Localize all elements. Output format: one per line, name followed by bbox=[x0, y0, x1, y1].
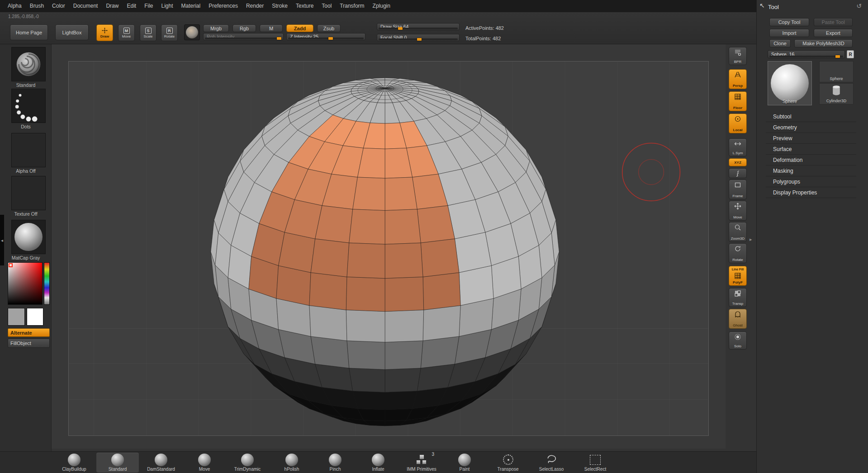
brush-item-damstandard[interactable]: DamStandard bbox=[140, 453, 182, 473]
focal-shift-0-slider[interactable]: Focal Shift 0 bbox=[377, 34, 460, 41]
rail-frame-button[interactable]: Frame bbox=[729, 180, 747, 199]
menu-item-tool[interactable]: Tool bbox=[318, 0, 336, 12]
menu-item-material[interactable]: Material bbox=[177, 0, 205, 12]
menu-item-draw[interactable]: Draw bbox=[102, 0, 123, 12]
slider-handle[interactable] bbox=[398, 27, 403, 30]
lightbox-button[interactable]: LightBox bbox=[55, 24, 89, 40]
brush-item-claybuildup[interactable]: ClayBuildup bbox=[53, 453, 95, 473]
tool-section-deformation[interactable]: Deformation bbox=[766, 155, 856, 166]
alpha-thumbnail[interactable] bbox=[11, 133, 46, 167]
rail-persp-button[interactable]: Persp bbox=[729, 69, 747, 89]
recent-tool-cylinder3d[interactable]: Cylinder3D bbox=[819, 83, 854, 104]
left-tray-divider[interactable]: ◂ bbox=[0, 215, 4, 265]
rail-rotate-button[interactable]: Rotate bbox=[729, 243, 747, 263]
menu-item-preferences[interactable]: Preferences bbox=[204, 0, 242, 12]
menu-item-texture[interactable]: Texture bbox=[292, 0, 318, 12]
tool-section-display-properties[interactable]: Display Properties bbox=[766, 187, 856, 198]
tool-section-surface[interactable]: Surface bbox=[766, 144, 856, 155]
rail-move-button[interactable]: Move bbox=[729, 201, 747, 221]
rail-floor-button[interactable]: Floor bbox=[729, 91, 747, 111]
primary-color-swatch[interactable] bbox=[8, 308, 25, 326]
brush-item-imm-primitives[interactable]: 3IMM Primitives bbox=[400, 453, 443, 473]
rail-zoom3d-button[interactable]: Zoom3D bbox=[729, 222, 747, 242]
zadd-button[interactable]: Zadd bbox=[286, 24, 313, 32]
brush-item-hpolish[interactable]: hPolish bbox=[270, 453, 313, 473]
zsub-button[interactable]: Zsub bbox=[317, 24, 341, 32]
m-button[interactable]: M bbox=[260, 24, 283, 32]
menu-item-render[interactable]: Render bbox=[242, 0, 268, 12]
document-area[interactable] bbox=[68, 61, 709, 436]
brush-item-transpose[interactable]: Transpose bbox=[487, 453, 529, 473]
brush-item-trimdynamic[interactable]: TrimDynamic bbox=[226, 453, 269, 473]
material-thumbnail[interactable] bbox=[11, 220, 46, 254]
menu-item-transform[interactable]: Transform bbox=[336, 0, 368, 12]
recent-tool-sphere[interactable]: Sphere bbox=[819, 61, 854, 82]
brush-item-selectrect[interactable]: SelectRect bbox=[574, 453, 617, 473]
restore-palette-icon[interactable]: ↺ bbox=[856, 2, 862, 9]
brush-item-pinch[interactable]: Pinch bbox=[314, 453, 356, 473]
copy-tool-button[interactable]: Copy Tool bbox=[769, 18, 809, 26]
rail-l-sym-button[interactable]: L.Sym bbox=[729, 138, 747, 156]
tool-section-polygroups[interactable]: Polygroups bbox=[766, 176, 856, 187]
tool-section-subtool[interactable]: Subtool bbox=[766, 111, 856, 122]
fill-object-button[interactable]: FillObject bbox=[8, 339, 50, 348]
menu-item-zplugin[interactable]: Zplugin bbox=[369, 0, 394, 12]
brush-item-standard[interactable]: Standard bbox=[96, 453, 139, 473]
slider-handle[interactable] bbox=[328, 37, 333, 40]
menu-item-light[interactable]: Light bbox=[157, 0, 177, 12]
slider-handle[interactable] bbox=[277, 37, 281, 40]
brush-item-paint[interactable]: Paint bbox=[443, 453, 486, 473]
menu-item-edit[interactable]: Edit bbox=[123, 0, 140, 12]
current-material-thumbnail[interactable] bbox=[184, 24, 200, 40]
viewport-canvas[interactable] bbox=[52, 44, 726, 449]
alternate-color-button[interactable]: Alternate bbox=[8, 328, 50, 337]
slider-handle[interactable] bbox=[417, 38, 422, 41]
rail-polyf-button[interactable]: Line FillPolyF bbox=[729, 266, 747, 286]
tool-section-geometry[interactable]: Geometry bbox=[766, 122, 856, 133]
menu-item-color[interactable]: Color bbox=[48, 0, 69, 12]
stroke-thumbnail[interactable] bbox=[11, 89, 46, 123]
rail-xyz-button[interactable]: XYZ bbox=[729, 158, 747, 166]
import-button[interactable]: Import bbox=[769, 29, 809, 37]
menu-item-brush[interactable]: Brush bbox=[26, 0, 48, 12]
menu-item-stroke[interactable]: Stroke bbox=[268, 0, 292, 12]
brush-item-inflate[interactable]: Inflate bbox=[357, 453, 399, 473]
rail-transp-button[interactable]: Transp bbox=[729, 288, 747, 307]
tool-section-preview[interactable]: Preview bbox=[766, 133, 856, 144]
brush-item-selectlasso[interactable]: SelectLasso bbox=[530, 453, 573, 473]
texture-thumbnail[interactable] bbox=[11, 176, 46, 210]
rgb-intensity-slider[interactable]: Rgb Intensity bbox=[203, 33, 284, 40]
make-polymesh3d-button[interactable]: Make PolyMesh3D bbox=[794, 39, 853, 47]
rail-solo-button[interactable]: Solo bbox=[729, 331, 747, 350]
menu-item-document[interactable]: Document bbox=[69, 0, 102, 12]
rotate-mode-button[interactable]: RRotate bbox=[161, 24, 178, 41]
home-page-button[interactable]: Home Page bbox=[10, 24, 48, 40]
rail-ghost-button[interactable]: Ghost bbox=[729, 309, 747, 329]
active-tool-thumbnail[interactable]: Sphere bbox=[768, 61, 812, 105]
rgb-button[interactable]: Rgb bbox=[232, 24, 256, 32]
brush-thumbnail[interactable] bbox=[11, 47, 46, 81]
export-button[interactable]: Export bbox=[814, 29, 853, 37]
rail-scroll-curve-icon-button[interactable] bbox=[729, 168, 747, 178]
secondary-color-swatch[interactable] bbox=[27, 308, 43, 326]
tool-section-masking[interactable]: Masking bbox=[766, 166, 856, 176]
z-intensity-25-slider[interactable]: Z Intensity 25 bbox=[286, 33, 365, 40]
collapse-right-arrow-icon[interactable]: ▸ bbox=[749, 236, 752, 242]
rail-bpr-button[interactable]: BPR bbox=[729, 47, 747, 65]
move-mode-button[interactable]: MMove bbox=[118, 24, 135, 41]
draw-size-64-slider[interactable]: Draw Size 64 bbox=[377, 23, 460, 30]
resolution-r-button[interactable]: R bbox=[847, 50, 854, 58]
resolution-slider-handle[interactable] bbox=[835, 55, 840, 58]
scale-mode-button[interactable]: SScale bbox=[140, 24, 157, 41]
tool-resolution-slider[interactable]: Sphere. 16 bbox=[768, 50, 845, 58]
menu-item-file[interactable]: File bbox=[140, 0, 157, 12]
menu-item-alpha[interactable]: Alpha bbox=[4, 0, 26, 12]
draw-mode-button[interactable]: Draw bbox=[96, 24, 113, 41]
brush-item-move[interactable]: Move bbox=[183, 453, 226, 473]
mrgb-button[interactable]: Mrgb bbox=[203, 24, 229, 32]
color-picker-hue-strip[interactable] bbox=[44, 262, 50, 305]
color-picker-sv[interactable] bbox=[8, 262, 43, 305]
clone-button[interactable]: Clone bbox=[769, 39, 791, 47]
paste-tool-button[interactable]: Paste Tool bbox=[814, 18, 853, 26]
rail-local-button[interactable]: Local bbox=[729, 114, 747, 133]
